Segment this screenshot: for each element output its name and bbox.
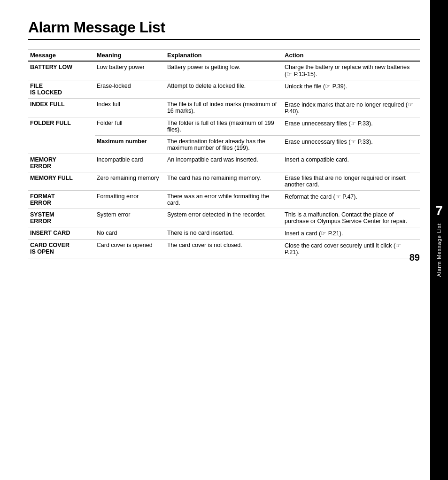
cell-explanation: There is no card inserted.: [165, 227, 283, 240]
cell-meaning: Formatting error: [95, 191, 165, 209]
cell-action: Insert a card (☞ P.21).: [283, 227, 420, 240]
sidebar-chapter-number: 7: [435, 203, 443, 218]
cell-message: FORMATERROR: [28, 191, 95, 209]
cell-meaning: Card cover is opened: [95, 240, 165, 258]
cell-meaning: Low battery power: [95, 61, 165, 80]
cell-explanation: An incompatible card was inserted.: [165, 154, 283, 172]
cell-message: INDEX FULL: [28, 99, 95, 117]
title-rule: [28, 39, 420, 40]
table-row: INSERT CARDNo cardThere is no card inser…: [28, 227, 420, 240]
cell-message: CARD COVERIS OPEN: [28, 240, 95, 258]
sidebar: 7 Alarm Message List: [430, 0, 448, 480]
table-header-row: Message Meaning Explanation Action: [28, 50, 420, 62]
cell-explanation: The card has no remaining memory.: [165, 172, 283, 191]
cell-message: INSERT CARD: [28, 227, 95, 240]
cell-action: Erase files that are no longer required …: [283, 172, 420, 191]
cell-action: Unlock the file (☞ P.39).: [283, 80, 420, 99]
alarm-message-table: Message Meaning Explanation Action BATTE…: [28, 49, 420, 258]
col-header-message: Message: [28, 50, 95, 62]
cell-explanation: The card cover is not closed.: [165, 240, 283, 258]
cell-message: SYSTEMERROR: [28, 209, 95, 227]
cell-action: Close the card cover securely until it c…: [283, 240, 420, 258]
cell-explanation: The file is full of index marks (maximum…: [165, 99, 283, 117]
cell-action: Erase index marks that are no longer req…: [283, 99, 420, 117]
cell-meaning: System error: [95, 209, 165, 227]
cell-message: FOLDER FULL: [28, 117, 95, 154]
table-row: FOLDER FULLFolder fullThe folder is full…: [28, 117, 420, 136]
page-title: Alarm Message List: [28, 19, 420, 36]
col-header-meaning: Meaning: [95, 50, 165, 62]
cell-explanation: Attempt to delete a locked file.: [165, 80, 283, 99]
cell-meaning: Maximum number: [95, 136, 165, 154]
table-row: BATTERY LOWLow battery powerBattery powe…: [28, 61, 420, 80]
table-row: FORMATERRORFormatting errorThere was an …: [28, 191, 420, 209]
col-header-explanation: Explanation: [165, 50, 283, 62]
cell-meaning: Erase-locked: [95, 80, 165, 99]
cell-meaning: Folder full: [95, 117, 165, 136]
table-row: SYSTEMERRORSystem errorSystem error dete…: [28, 209, 420, 227]
cell-meaning: Incompatible card: [95, 154, 165, 172]
page-container: Alarm Message List Message Meaning Expla…: [0, 0, 448, 277]
page-number: 89: [409, 252, 420, 263]
col-header-action: Action: [283, 50, 420, 62]
cell-explanation: The folder is full of files (maximum of …: [165, 117, 283, 136]
table-row: INDEX FULLIndex fullThe file is full of …: [28, 99, 420, 117]
cell-meaning: Zero remaining memory: [95, 172, 165, 191]
table-row: CARD COVERIS OPENCard cover is openedThe…: [28, 240, 420, 258]
cell-meaning: Index full: [95, 99, 165, 117]
table-row: MEMORY FULLZero remaining memoryThe card…: [28, 172, 420, 191]
cell-action: Erase unnecessary files (☞ P.33).: [283, 136, 420, 154]
cell-message: BATTERY LOW: [28, 61, 95, 80]
sidebar-chapter-title: Alarm Message List: [436, 223, 442, 277]
cell-meaning: No card: [95, 227, 165, 240]
table-row: FILEIS LOCKEDErase-lockedAttempt to dele…: [28, 80, 420, 99]
cell-explanation: System error detected in the recorder.: [165, 209, 283, 227]
cell-explanation: Battery power is getting low.: [165, 61, 283, 80]
cell-explanation: The destination folder already has the m…: [165, 136, 283, 154]
cell-action: This is a malfunction. Contact the place…: [283, 209, 420, 227]
cell-explanation: There was an error while formatting the …: [165, 191, 283, 209]
cell-action: Reformat the card (☞ P.47).: [283, 191, 420, 209]
cell-message: MEMORYERROR: [28, 154, 95, 172]
cell-action: Charge the battery or replace with new b…: [283, 61, 420, 80]
cell-message: FILEIS LOCKED: [28, 80, 95, 99]
table-row: MEMORYERRORIncompatible cardAn incompati…: [28, 154, 420, 172]
cell-action: Erase unnecessary files (☞ P.33).: [283, 117, 420, 136]
cell-action: Insert a compatible card.: [283, 154, 420, 172]
cell-message: MEMORY FULL: [28, 172, 95, 191]
